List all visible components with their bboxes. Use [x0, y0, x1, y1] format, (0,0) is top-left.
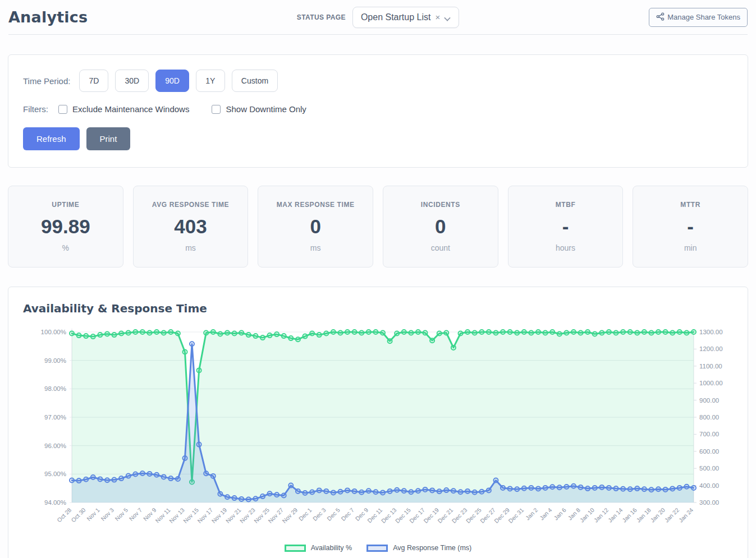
show-downtime-checkbox[interactable]	[212, 105, 221, 114]
svg-text:Oct 30: Oct 30	[70, 506, 86, 523]
svg-text:Nov 13: Nov 13	[168, 506, 186, 524]
svg-text:1000.00: 1000.00	[699, 380, 723, 386]
availability-swatch	[285, 545, 306, 552]
stat-unit: min	[684, 243, 697, 252]
chevron-down-icon[interactable]	[445, 15, 451, 19]
svg-text:Jan 2: Jan 2	[524, 506, 539, 522]
filter-panel: Time Period: 7D 30D 90D 1Y Custom Filter…	[8, 54, 748, 168]
stat-unit: ms	[310, 243, 321, 252]
svg-text:Dec 29: Dec 29	[493, 506, 511, 524]
svg-text:1100.00: 1100.00	[699, 363, 722, 370]
print-button[interactable]: Print	[86, 127, 131, 150]
svg-text:100.00%: 100.00%	[41, 329, 66, 335]
svg-text:Jan 14: Jan 14	[607, 506, 624, 524]
svg-text:800.00: 800.00	[699, 414, 719, 421]
stat-label: INCIDENTS	[421, 201, 460, 209]
svg-text:Jan 4: Jan 4	[538, 506, 553, 522]
svg-text:Dec 1: Dec 1	[297, 506, 313, 522]
legend-label: Availability %	[311, 544, 352, 552]
svg-text:Nov 29: Nov 29	[281, 506, 299, 524]
svg-text:Dec 15: Dec 15	[394, 506, 412, 524]
period-button-7d[interactable]: 7D	[79, 70, 108, 92]
svg-text:96.00%: 96.00%	[44, 442, 66, 449]
svg-text:Jan 20: Jan 20	[649, 506, 666, 524]
svg-text:1300.00: 1300.00	[699, 329, 723, 335]
stat-value: -	[687, 215, 694, 238]
svg-text:Oct 28: Oct 28	[56, 506, 72, 523]
svg-text:Nov 19: Nov 19	[210, 506, 228, 524]
svg-text:95.00%: 95.00%	[44, 471, 66, 477]
svg-text:Dec 27: Dec 27	[479, 506, 497, 524]
svg-text:Jan 16: Jan 16	[621, 506, 638, 524]
stat-value: -	[562, 215, 569, 238]
stat-label: MAX RESPONSE TIME	[277, 201, 355, 209]
manage-share-tokens-button[interactable]: Manage Share Tokens	[649, 8, 748, 27]
svg-text:500.00: 500.00	[699, 465, 719, 472]
stat-label: MTBF	[556, 201, 576, 209]
chart-area: 100.00%99.00%98.00%97.00%96.00%95.00%94.…	[23, 324, 733, 543]
svg-text:Nov 17: Nov 17	[196, 506, 214, 524]
stat-card-mttr: MTTR - min	[633, 186, 748, 268]
svg-text:94.00%: 94.00%	[44, 499, 66, 506]
svg-text:Nov 25: Nov 25	[253, 506, 271, 524]
svg-text:Nov 15: Nov 15	[182, 506, 200, 524]
time-period-group: 7D 30D 90D 1Y Custom	[79, 70, 278, 92]
legend-item-availability[interactable]: Availability %	[285, 544, 352, 552]
svg-text:Dec 19: Dec 19	[422, 506, 440, 524]
svg-text:Nov 23: Nov 23	[239, 506, 256, 524]
stat-value: 403	[174, 215, 207, 238]
period-button-custom[interactable]: Custom	[232, 70, 278, 92]
stat-label: UPTIME	[52, 201, 79, 209]
time-period-label: Time Period:	[23, 76, 70, 86]
svg-text:Jan 12: Jan 12	[593, 506, 610, 524]
svg-text:600.00: 600.00	[699, 448, 719, 455]
exclude-maintenance-checkbox-item[interactable]: Exclude Maintenance Windows	[58, 104, 189, 114]
stat-unit: count	[431, 243, 450, 252]
svg-text:Nov 3: Nov 3	[99, 506, 115, 522]
svg-text:400.00: 400.00	[699, 482, 719, 489]
svg-text:Nov 27: Nov 27	[267, 506, 285, 524]
show-downtime-checkbox-item[interactable]: Show Downtime Only	[212, 104, 306, 114]
stat-card-avg-response: AVG RESPONSE TIME 403 ms	[133, 186, 249, 268]
stat-value: 0	[310, 215, 320, 238]
svg-text:Dec 7: Dec 7	[340, 506, 355, 522]
status-page-label: STATUS PAGE	[297, 13, 346, 21]
svg-text:Jan 22: Jan 22	[663, 506, 680, 524]
chart-legend: Availability % Avg Response Time (ms)	[23, 544, 733, 552]
svg-text:Nov 1: Nov 1	[85, 506, 101, 522]
stat-card-uptime: UPTIME 99.89 %	[8, 186, 123, 268]
period-button-30d[interactable]: 30D	[115, 70, 149, 92]
stat-card-mtbf: MTBF - hours	[508, 186, 624, 268]
clear-icon[interactable]: ×	[435, 13, 440, 21]
stat-unit: %	[62, 243, 69, 252]
response-time-swatch	[366, 545, 388, 552]
stat-label: MTTR	[680, 201, 700, 209]
exclude-maintenance-checkbox[interactable]	[58, 105, 67, 114]
stat-card-max-response: MAX RESPONSE TIME 0 ms	[258, 186, 373, 268]
period-button-90d[interactable]: 90D	[155, 70, 189, 92]
exclude-maintenance-label: Exclude Maintenance Windows	[72, 104, 189, 114]
legend-item-response-time[interactable]: Avg Response Time (ms)	[366, 544, 471, 552]
legend-label: Avg Response Time (ms)	[393, 544, 471, 552]
status-page-selected-value: Open Startup List	[361, 12, 431, 22]
svg-text:Dec 23: Dec 23	[450, 506, 468, 524]
share-icon	[656, 12, 665, 22]
svg-text:1200.00: 1200.00	[699, 345, 723, 352]
svg-text:Dec 25: Dec 25	[465, 506, 483, 524]
filters-label: Filters:	[23, 104, 48, 114]
stat-unit: ms	[185, 243, 196, 252]
svg-text:Dec 3: Dec 3	[311, 506, 327, 522]
stat-label: AVG RESPONSE TIME	[152, 201, 229, 209]
manage-share-tokens-label: Manage Share Tokens	[667, 13, 740, 21]
period-button-1y[interactable]: 1Y	[196, 70, 225, 92]
status-page-select[interactable]: Open Startup List ×	[352, 7, 459, 28]
page-title: Analytics	[8, 8, 230, 26]
svg-text:Jan 10: Jan 10	[578, 506, 595, 524]
svg-text:700.00: 700.00	[699, 431, 719, 437]
show-downtime-label: Show Downtime Only	[226, 104, 306, 114]
svg-text:Jan 6: Jan 6	[552, 506, 567, 522]
stat-card-incidents: INCIDENTS 0 count	[383, 186, 498, 268]
stat-unit: hours	[556, 243, 575, 252]
svg-text:Nov 7: Nov 7	[127, 506, 143, 522]
refresh-button[interactable]: Refresh	[23, 127, 80, 150]
